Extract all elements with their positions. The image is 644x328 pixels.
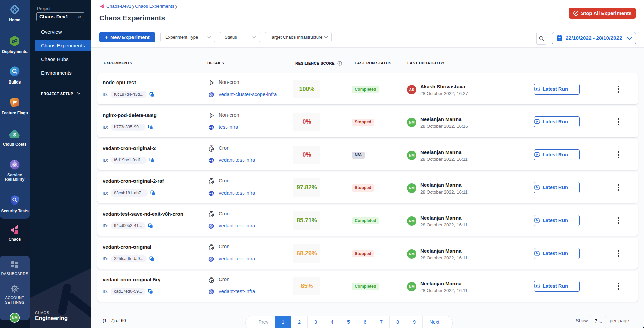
svg-text:$: $ — [13, 132, 16, 138]
